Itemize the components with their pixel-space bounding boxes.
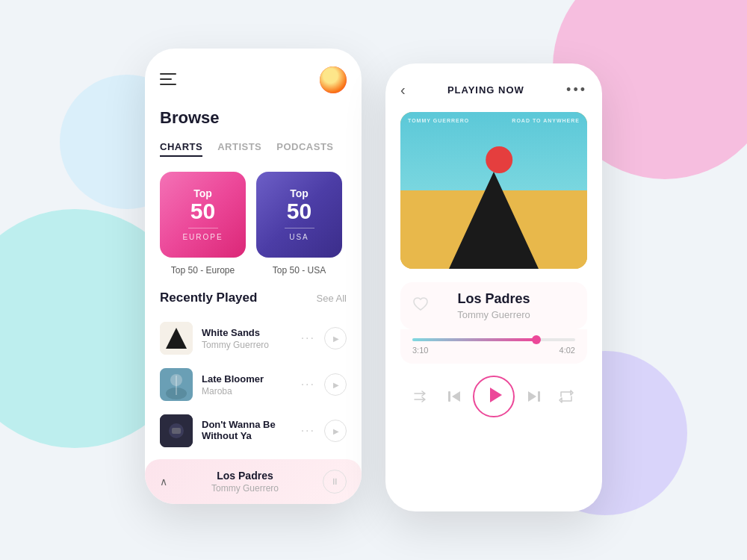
track-play-white-sands[interactable]: ▶	[324, 327, 347, 349]
chart-names: Top 50 - Europe Top 50 - USA	[160, 265, 347, 276]
track-artist-late-bloomer: Maroba	[202, 386, 292, 396]
track-thumb-dont-wanna	[160, 414, 193, 447]
next-button[interactable]	[521, 383, 548, 410]
player-info-row: Los Padres Tommy Guerrero	[400, 282, 587, 329]
player-artist-name: Tommy Guerrero	[429, 309, 559, 320]
track-item-white-sands[interactable]: White Sands Tommy Guerrero ··· ▶	[160, 316, 347, 361]
track-more-dont-wanna[interactable]: ···	[301, 424, 315, 438]
svg-rect-11	[172, 428, 181, 434]
progress-times: 3:10 4:02	[412, 346, 575, 355]
album-art: TOMMY GUERRERO ROAD TO ANYWHERE	[400, 112, 587, 269]
chart-top-label-usa: Top	[290, 188, 309, 199]
track-list: White Sands Tommy Guerrero ··· ▶	[160, 316, 347, 453]
now-playing-info: Los Padres Tommy Guerrero	[175, 470, 315, 494]
phones-container: Browse CHARTS ARTISTS PODCASTS Top 50 EU…	[145, 49, 602, 511]
avatar[interactable]	[320, 66, 347, 93]
svg-rect-0	[160, 73, 176, 75]
chart-region-usa: USA	[289, 233, 309, 241]
track-name-white-sands: White Sands	[202, 327, 292, 338]
chart-divider-usa	[285, 228, 314, 228]
player-controls	[400, 364, 587, 417]
track-play-dont-wanna[interactable]: ▶	[324, 420, 347, 442]
avatar-image	[320, 66, 347, 93]
player-header: ‹ PLAYING NOW •••	[400, 81, 587, 99]
svg-rect-13	[448, 391, 450, 402]
more-options-button[interactable]: •••	[566, 82, 587, 98]
track-more-white-sands[interactable]: ···	[301, 332, 315, 345]
play-icon-dont-wanna: ▶	[333, 427, 339, 435]
svg-rect-1	[160, 78, 172, 80]
chart-top-label-europe: Top	[193, 188, 212, 199]
menu-icon[interactable]	[160, 72, 176, 89]
chart-name-usa: Top 50 - USA	[256, 265, 342, 276]
track-more-late-bloomer[interactable]: ···	[301, 378, 315, 391]
track-thumb-white-sands	[160, 322, 193, 355]
track-name-late-bloomer: Late Bloomer	[202, 373, 292, 385]
player-title: PLAYING NOW	[447, 84, 524, 96]
like-button[interactable]	[412, 296, 429, 315]
progress-bar[interactable]	[412, 338, 575, 341]
progress-total: 4:02	[560, 346, 575, 355]
album-art-inner: TOMMY GUERRERO ROAD TO ANYWHERE	[400, 112, 587, 269]
prev-button[interactable]	[441, 383, 468, 410]
play-icon-white-sands: ▶	[333, 335, 339, 343]
repeat-button[interactable]	[553, 383, 580, 410]
shuffle-button[interactable]	[408, 383, 435, 410]
track-info-dont-wanna: Don't Wanna Be Without Ya	[202, 419, 292, 443]
tab-charts[interactable]: CHARTS	[160, 141, 202, 157]
progress-container: 3:10 4:02	[400, 329, 587, 364]
chart-card-europe[interactable]: Top 50 EUROPE	[160, 172, 246, 258]
track-item-dont-wanna[interactable]: Don't Wanna Be Without Ya ··· ▶	[160, 408, 347, 453]
svg-rect-2	[160, 84, 176, 85]
track-artist-white-sands: Tommy Guerrero	[202, 340, 292, 350]
right-phone-inner: ‹ PLAYING NOW ••• TOMMY GUERRERO ROAD TO…	[385, 63, 602, 511]
play-icon-late-bloomer: ▶	[333, 381, 339, 389]
chart-region-europe: EUROPE	[182, 233, 223, 241]
recently-played-title: Recently Played	[160, 290, 257, 305]
svg-marker-15	[528, 391, 536, 402]
album-album-label: ROAD TO ANYWHERE	[512, 118, 580, 123]
player-track-info: Los Padres Tommy Guerrero	[429, 291, 559, 320]
see-all-button[interactable]: See All	[317, 293, 347, 304]
pause-button[interactable]: ⏸	[323, 470, 347, 494]
track-play-late-bloomer[interactable]: ▶	[324, 373, 347, 396]
album-sun	[486, 146, 512, 173]
pause-icon: ⏸	[330, 476, 339, 487]
chart-card-usa[interactable]: Top 50 USA	[256, 172, 342, 258]
track-info-late-bloomer: Late Bloomer Maroba	[202, 373, 292, 396]
progress-fill	[412, 338, 536, 341]
album-road	[449, 172, 539, 269]
recently-played-header: Recently Played See All	[160, 290, 347, 305]
play-pause-button[interactable]	[473, 376, 515, 417]
track-item-late-bloomer[interactable]: Late Bloomer Maroba ··· ▶	[160, 362, 347, 407]
chart-cards: Top 50 EUROPE Top 50 USA	[160, 172, 347, 258]
chevron-up-icon: ∧	[160, 476, 167, 488]
progress-current: 3:10	[412, 346, 428, 355]
now-playing-artist: Tommy Guerrero	[175, 483, 315, 494]
play-icon-main	[488, 387, 503, 407]
track-info-white-sands: White Sands Tommy Guerrero	[202, 327, 292, 350]
back-button[interactable]: ‹	[400, 81, 406, 99]
tab-podcasts[interactable]: PODCASTS	[276, 141, 333, 157]
progress-thumb[interactable]	[532, 335, 541, 344]
svg-marker-12	[452, 391, 460, 402]
phone-header	[160, 66, 347, 93]
browse-title: Browse	[160, 108, 347, 128]
album-artist-label: TOMMY GUERRERO	[408, 118, 469, 123]
right-phone: ‹ PLAYING NOW ••• TOMMY GUERRERO ROAD TO…	[385, 63, 602, 511]
svg-marker-14	[490, 388, 502, 402]
now-playing-bar[interactable]: ∧ Los Padres Tommy Guerrero ⏸	[145, 459, 362, 504]
svg-rect-16	[538, 391, 540, 402]
chart-name-europe: Top 50 - Europe	[160, 265, 246, 276]
now-playing-track: Los Padres	[175, 470, 315, 482]
left-phone: Browse CHARTS ARTISTS PODCASTS Top 50 EU…	[145, 49, 362, 504]
tab-artists[interactable]: ARTISTS	[217, 141, 261, 157]
tabs-row: CHARTS ARTISTS PODCASTS	[160, 141, 347, 157]
player-track-name: Los Padres	[429, 291, 559, 307]
left-phone-inner: Browse CHARTS ARTISTS PODCASTS Top 50 EU…	[145, 49, 362, 504]
chart-50-label-usa: 50	[287, 199, 311, 223]
chart-divider-europe	[188, 228, 218, 228]
track-thumb-late-bloomer	[160, 368, 193, 401]
chart-50-label-europe: 50	[190, 199, 215, 223]
track-name-dont-wanna: Don't Wanna Be Without Ya	[202, 419, 292, 441]
